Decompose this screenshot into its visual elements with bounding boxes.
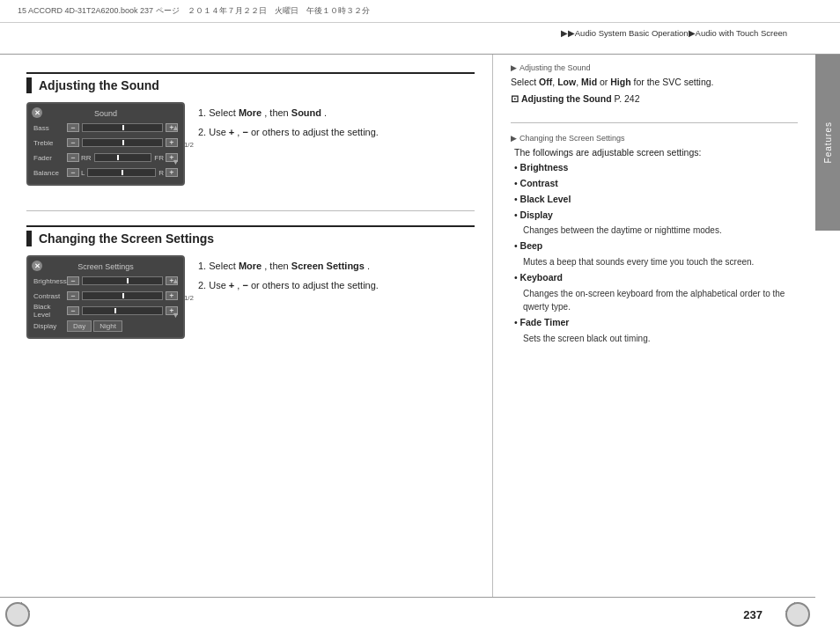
left-pane: Adjusting the Sound ✕ Sound Bass − + bbox=[0, 55, 493, 597]
mockup-blacklevel-minus[interactable]: − bbox=[67, 306, 79, 315]
note2-intro: The followings are adjustable screen set… bbox=[514, 146, 798, 160]
mockup-balance-row: Balance − L R + bbox=[33, 166, 178, 179]
note2-item-display: • Display bbox=[514, 209, 798, 223]
mockup-balance-minus[interactable]: − bbox=[67, 168, 79, 177]
note2-keyboard-desc: Changes the on-screen keyboard from the … bbox=[523, 287, 798, 313]
mockup-balance-indicator bbox=[122, 170, 123, 175]
note1-para2: ⊡ Adjusting the Sound P. 242 bbox=[511, 92, 798, 107]
mockup-balance-slider bbox=[87, 168, 156, 177]
mockup-brightness-minus[interactable]: − bbox=[67, 276, 79, 285]
mockup-treble-label: Treble bbox=[33, 139, 67, 147]
section1-instructions: 1. Select More , then Sound . 2. Use + ,… bbox=[198, 102, 475, 186]
step2-text-pre: Use bbox=[209, 127, 229, 137]
mockup-contrast-label: Contrast bbox=[33, 292, 67, 300]
section2-step2: 2. Use + , − or others to adjust the set… bbox=[198, 278, 475, 293]
mockup-screen-arrow-down[interactable]: ▼ bbox=[172, 311, 180, 320]
step2-text-end: or others to adjust the setting. bbox=[251, 127, 379, 137]
s2-step1-number: 1. bbox=[198, 261, 209, 271]
mockup-screen-fraction: 1/2 bbox=[184, 293, 194, 301]
note2-item-brightness: • Brightness bbox=[514, 161, 798, 175]
mockup-contrast-row: Contrast − + bbox=[33, 290, 178, 302]
right-pane: ▶ Adjusting the Sound Select Off, Low, M… bbox=[493, 55, 815, 597]
mockup-contrast-plus[interactable]: + bbox=[166, 291, 178, 300]
step1-more: More bbox=[239, 107, 262, 118]
note1-mid: Mid bbox=[581, 77, 597, 87]
mockup-daynight-buttons: Day Night bbox=[67, 320, 122, 332]
mockup-rr-label: RR bbox=[81, 154, 92, 162]
header-file-info: 15 ACCORD 4D-31T2A6200.book 237 ページ ２０１４… bbox=[0, 0, 840, 23]
right-divider bbox=[511, 122, 798, 123]
screen-settings-mockup: ✕ Screen Settings Brightness − + Contras… bbox=[26, 255, 185, 339]
step1-text-end: . bbox=[324, 107, 327, 118]
note2-header-text: Changing the Screen Settings bbox=[519, 134, 625, 143]
main-content: Adjusting the Sound ✕ Sound Bass − + bbox=[0, 55, 815, 597]
mockup-balance-plus[interactable]: + bbox=[166, 168, 178, 177]
mockup-display-row: Display Day Night bbox=[33, 320, 178, 332]
mockup-treble-minus[interactable]: − bbox=[67, 138, 79, 147]
mockup-l-label: L bbox=[81, 169, 85, 177]
mockup-screen-close-btn[interactable]: ✕ bbox=[32, 261, 42, 271]
mockup-bass-minus[interactable]: − bbox=[67, 123, 79, 132]
section1-body: ✕ Sound Bass − + Treble − bbox=[26, 102, 475, 186]
note2-item-fadetimer: • Fade Timer bbox=[514, 316, 798, 330]
mockup-fader-label: Fader bbox=[33, 154, 67, 162]
mockup-arrow-up[interactable]: ▲ bbox=[172, 123, 180, 132]
mockup-screen-title: Screen Settings bbox=[33, 262, 178, 271]
section-divider bbox=[26, 210, 475, 211]
mockup-bass-label: Bass bbox=[33, 124, 67, 132]
note2-item-contrast: • Contrast bbox=[514, 177, 798, 191]
section1-bar bbox=[26, 77, 32, 93]
mockup-contrast-slider bbox=[82, 291, 163, 300]
page-header: 15 ACCORD 4D-31T2A6200.book 237 ページ ２０１４… bbox=[0, 0, 840, 55]
mockup-arrow-down[interactable]: ▼ bbox=[172, 158, 180, 166]
note1-content: Select Off, Low, Mid or High for the SVC… bbox=[511, 76, 798, 107]
note1-para1: Select Off, Low, Mid or High for the SVC… bbox=[511, 76, 798, 90]
s2-step2-number: 2. bbox=[198, 280, 209, 290]
mockup-bass-slider bbox=[82, 123, 163, 132]
s2-step2-plus: + bbox=[229, 280, 234, 290]
mockup-display-label: Display bbox=[33, 322, 67, 330]
step2-plus: + bbox=[229, 127, 234, 137]
note1-header-text: Adjusting the Sound bbox=[519, 63, 591, 72]
mockup-blacklevel-slider bbox=[82, 306, 163, 315]
s2-step1-screen: Screen Settings bbox=[291, 261, 365, 271]
note2-section: ▶ Changing the Screen Settings The follo… bbox=[511, 134, 798, 345]
note1-high: High bbox=[610, 77, 630, 87]
mockup-close-btn[interactable]: ✕ bbox=[32, 107, 42, 118]
mockup-contrast-minus[interactable]: − bbox=[67, 291, 79, 300]
mockup-fr-label: FR bbox=[154, 154, 164, 162]
section2-body: ✕ Screen Settings Brightness − + Contras… bbox=[26, 255, 475, 339]
note1-section: ▶ Adjusting the Sound Select Off, Low, M… bbox=[511, 63, 798, 107]
note1-low: Low bbox=[557, 77, 576, 87]
section1-title: Adjusting the Sound bbox=[39, 78, 159, 92]
step2-minus: − bbox=[242, 127, 247, 137]
mockup-treble-row: Treble − + bbox=[33, 136, 178, 149]
section2-heading-bar: Changing the Screen Settings bbox=[26, 225, 475, 246]
step1-sound: Sound bbox=[291, 107, 321, 118]
s2-step2-pre: Use bbox=[209, 280, 229, 290]
section1-step1: 1. Select More , then Sound . bbox=[198, 106, 475, 121]
mockup-fader-indicator bbox=[117, 155, 119, 160]
note2-beep-desc: Mutes a beep that sounds every time you … bbox=[523, 255, 798, 268]
mockup-r-label: R bbox=[158, 169, 164, 177]
mockup-contrast-indicator bbox=[122, 293, 124, 298]
section2-title: Changing the Screen Settings bbox=[39, 231, 214, 246]
s2-step1-mid: , then bbox=[264, 261, 291, 271]
mockup-day-btn[interactable]: Day bbox=[67, 320, 92, 332]
mockup-fader-minus[interactable]: − bbox=[67, 153, 79, 162]
mockup-fader-row: Fader − RR FR + bbox=[33, 151, 178, 164]
step1-text-mid: , then bbox=[264, 107, 291, 118]
mockup-bass-indicator bbox=[122, 125, 124, 130]
mockup-screen-arrow-up[interactable]: ▲ bbox=[172, 276, 180, 285]
page-footer: 237 bbox=[0, 597, 815, 632]
note2-header: ▶ Changing the Screen Settings bbox=[511, 134, 798, 143]
mockup-sound-title: Sound bbox=[33, 109, 178, 118]
note1-arrow-icon: ▶ bbox=[511, 63, 517, 72]
section2-instructions: 1. Select More , then Screen Settings . … bbox=[198, 255, 475, 339]
section2-bar bbox=[26, 231, 32, 246]
note1-book-icon: ⊡ bbox=[511, 93, 519, 104]
mockup-night-btn[interactable]: Night bbox=[93, 320, 122, 332]
mockup-treble-plus[interactable]: + bbox=[166, 138, 178, 147]
mockup-bass-row: Bass − + bbox=[33, 121, 178, 134]
mockup-treble-slider bbox=[82, 138, 163, 147]
